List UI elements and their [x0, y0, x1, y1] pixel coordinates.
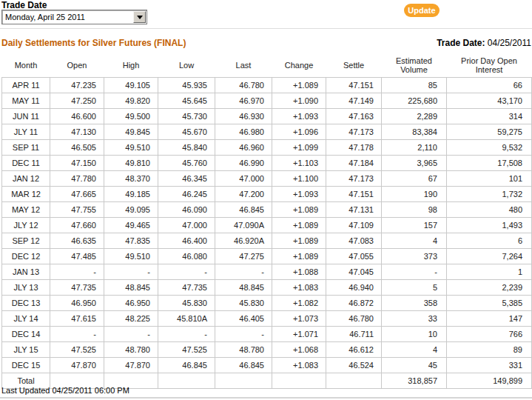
trade-date-dropdown-value: Monday, April 25 2011 [5, 10, 85, 24]
last-cell: 47.275 [215, 249, 272, 264]
change-cell: +1.099 [272, 140, 326, 156]
open-cell: 47.755 [50, 202, 104, 218]
change-cell: +1.103 [272, 156, 326, 171]
last-cell: 46.990 [215, 156, 272, 171]
high-cell: 49.810 [104, 156, 158, 171]
month-cell: JLY 14 [2, 311, 50, 327]
volume-cell: 10 [382, 327, 447, 342]
last-cell: 45.830 [215, 296, 272, 311]
month-cell: MAY 11 [2, 93, 50, 109]
low-cell: 46.845 [158, 358, 215, 373]
update-button[interactable]: Update [404, 4, 440, 17]
high-cell: - [104, 264, 158, 280]
high-cell: 46.950 [104, 296, 158, 311]
volume-cell: 157 [382, 218, 447, 233]
open-cell: 47.870 [50, 358, 104, 373]
oi-cell: 314 [447, 109, 532, 124]
volume-cell: 85 [382, 78, 447, 93]
settle-cell: 47.173 [326, 124, 382, 140]
change-cell: +1.089 [272, 218, 326, 233]
trade-date-display: Trade Date: 04/25/2011 [437, 38, 531, 48]
settle-cell: 47.173 [326, 171, 382, 187]
oi-cell: 89 [447, 342, 532, 358]
change-cell: +1.082 [272, 296, 326, 311]
last-cell: 46.845 [215, 202, 272, 218]
change-cell: +1.090 [272, 93, 326, 109]
high-cell: 48.780 [104, 342, 158, 358]
page-title: Daily Settlements for Silver Futures (FI… [1, 38, 186, 48]
low-cell: 45.670 [158, 124, 215, 140]
month-cell: JAN 12 [2, 171, 50, 187]
month-cell: DEC 11 [2, 156, 50, 171]
total-volume-cell: 318,857 [382, 373, 447, 389]
table-row: DEC 1346.95046.95045.83045.830+1.08246.8… [2, 296, 532, 311]
open-cell: 46.950 [50, 296, 104, 311]
change-cell: +1.088 [272, 264, 326, 280]
table-row: SEP 1146.50549.51045.84046.960+1.09947.1… [2, 140, 532, 156]
month-cell: SEP 11 [2, 140, 50, 156]
low-cell: 46.090 [158, 202, 215, 218]
month-cell: DEC 15 [2, 358, 50, 373]
low-cell: - [158, 327, 215, 342]
low-cell: 46.245 [158, 187, 215, 202]
volume-cell: 45 [382, 358, 447, 373]
change-cell: +1.089 [272, 249, 326, 264]
trade-date-display-value: 04/25/2011 [488, 38, 531, 48]
change-cell: +1.093 [272, 109, 326, 124]
oi-cell: 101 [447, 171, 532, 187]
bottom-divider [0, 397, 532, 399]
low-cell: 45.760 [158, 156, 215, 171]
table-row: JLY 1547.52548.78047.52548.780+1.06846.6… [2, 342, 532, 358]
low-cell: 45.830 [158, 296, 215, 311]
last-cell: 46.920A [215, 233, 272, 249]
low-cell: 45.935 [158, 78, 215, 93]
last-cell: 46.405 [215, 311, 272, 327]
change-cell: +1.100 [272, 171, 326, 187]
month-cell: JLY 13 [2, 280, 50, 296]
month-cell: SEP 12 [2, 233, 50, 249]
month-cell: MAR 12 [2, 187, 50, 202]
last-cell: 46.930 [215, 109, 272, 124]
month-cell: JLY 12 [2, 218, 50, 233]
change-cell: +1.089 [272, 202, 326, 218]
open-cell: 47.660 [50, 218, 104, 233]
volume-cell: 358 [382, 296, 447, 311]
trade-date-display-label: Trade Date: [437, 38, 485, 48]
oi-cell: 1,732 [447, 187, 532, 202]
oi-cell: 5,385 [447, 296, 532, 311]
volume-cell: 67 [382, 171, 447, 187]
oi-cell: 7,264 [447, 249, 532, 264]
month-cell: MAY 12 [2, 202, 50, 218]
trade-date-dropdown[interactable]: Monday, April 25 2011 [1, 10, 147, 24]
settle-cell: 46.780 [326, 311, 382, 327]
total-oi-cell: 149,899 [447, 373, 532, 389]
oi-cell: 766 [447, 327, 532, 342]
open-cell: 47.735 [50, 280, 104, 296]
month-cell: JUN 11 [2, 109, 50, 124]
month-cell: DEC 14 [2, 327, 50, 342]
total-last-cell [215, 373, 272, 389]
high-cell: - [104, 327, 158, 342]
table-row: JLY 1447.61548.22545.810A46.405+1.07346.… [2, 311, 532, 327]
table-row: APR 1147.23549.10545.93546.780+1.08947.1… [2, 78, 532, 93]
volume-cell: 4 [382, 233, 447, 249]
high-cell: 49.510 [104, 249, 158, 264]
settle-cell: 47.083 [326, 233, 382, 249]
oi-cell: 66 [447, 78, 532, 93]
low-cell: 47.525 [158, 342, 215, 358]
last-cell: 48.845 [215, 280, 272, 296]
open-cell: 47.525 [50, 342, 104, 358]
open-cell: 47.235 [50, 78, 104, 93]
month-cell: APR 11 [2, 78, 50, 93]
volume-cell: 373 [382, 249, 447, 264]
dropdown-arrow-button[interactable] [133, 11, 146, 23]
table-row: DEC 1247.48549.51046.08047.275+1.08947.0… [2, 249, 532, 264]
volume-cell: - [382, 264, 447, 280]
last-cell: 46.970 [215, 93, 272, 109]
high-cell: 49.105 [104, 78, 158, 93]
trade-date-label: Trade Date [1, 0, 47, 10]
low-cell: 47.000 [158, 218, 215, 233]
open-cell: 46.600 [50, 109, 104, 124]
last-cell: 47.200 [215, 187, 272, 202]
table-row: JUN 1146.60049.50045.73046.930+1.09347.1… [2, 109, 532, 124]
